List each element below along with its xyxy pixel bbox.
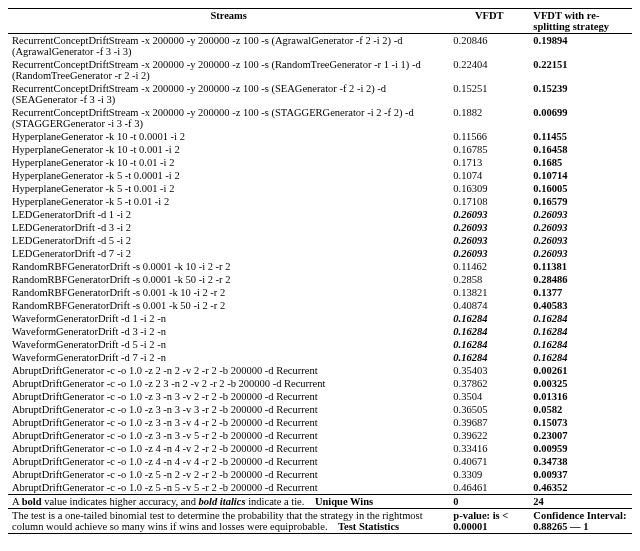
stream-cell: RecurrentConceptDriftStream -x 200000 -y… <box>8 58 449 82</box>
vfdt-resplit-cell: 0.26093 <box>529 208 632 221</box>
stream-cell: AbruptDriftGenerator -c -o 1.0 -z 3 -n 3… <box>8 416 449 429</box>
vfdt-resplit-cell: 0.00937 <box>529 468 632 481</box>
table-row: HyperplaneGenerator -k 10 -t 0.001 -i 20… <box>8 143 632 156</box>
vfdt-cell: 0.35403 <box>449 364 529 377</box>
unique-wins-vfdt-resplit: 24 <box>529 495 632 509</box>
table-row: RecurrentConceptDriftStream -x 200000 -y… <box>8 58 632 82</box>
vfdt-cell: 0.3309 <box>449 468 529 481</box>
table-row: WaveformGeneratorDrift -d 5 -i 2 -n0.162… <box>8 338 632 351</box>
col-header-streams: Streams <box>8 9 449 34</box>
table-row: AbruptDriftGenerator -c -o 1.0 -z 2 3 -n… <box>8 377 632 390</box>
vfdt-resplit-cell: 0.00959 <box>529 442 632 455</box>
vfdt-resplit-cell: 0.28486 <box>529 273 632 286</box>
table-row: AbruptDriftGenerator -c -o 1.0 -z 4 -n 4… <box>8 455 632 468</box>
vfdt-resplit-cell: 0.16284 <box>529 325 632 338</box>
table-row: AbruptDriftGenerator -c -o 1.0 -z 3 -n 3… <box>8 416 632 429</box>
vfdt-resplit-cell: 0.01316 <box>529 390 632 403</box>
stream-cell: AbruptDriftGenerator -c -o 1.0 -z 3 -n 3… <box>8 403 449 416</box>
stream-cell: HyperplaneGenerator -k 10 -t 0.0001 -i 2 <box>8 130 449 143</box>
vfdt-cell: 0.39622 <box>449 429 529 442</box>
test-stats-label: Test Statistics <box>338 521 399 532</box>
stream-cell: LEDGeneratorDrift -d 5 -i 2 <box>8 234 449 247</box>
vfdt-cell: 0.37862 <box>449 377 529 390</box>
vfdt-resplit-cell: 0.26093 <box>529 247 632 260</box>
vfdt-cell: 0.46461 <box>449 481 529 495</box>
col-header-vfdt-resplit: VFDT with re-splitting strategy <box>529 9 632 34</box>
stream-cell: LEDGeneratorDrift -d 7 -i 2 <box>8 247 449 260</box>
table-row: AbruptDriftGenerator -c -o 1.0 -z 2 -n 2… <box>8 364 632 377</box>
vfdt-cell: 0.20846 <box>449 34 529 58</box>
stream-cell: RecurrentConceptDriftStream -x 200000 -y… <box>8 82 449 106</box>
vfdt-cell: 0.11462 <box>449 260 529 273</box>
vfdt-resplit-cell: 0.16579 <box>529 195 632 208</box>
stream-cell: LEDGeneratorDrift -d 3 -i 2 <box>8 221 449 234</box>
table-row: RecurrentConceptDriftStream -x 200000 -y… <box>8 34 632 58</box>
stream-cell: RecurrentConceptDriftStream -x 200000 -y… <box>8 106 449 130</box>
vfdt-resplit-cell: 0.00325 <box>529 377 632 390</box>
unique-wins-label: Unique Wins <box>315 496 373 507</box>
stream-cell: LEDGeneratorDrift -d 1 -i 2 <box>8 208 449 221</box>
vfdt-resplit-cell: 0.16458 <box>529 143 632 156</box>
vfdt-cell: 0.11566 <box>449 130 529 143</box>
vfdt-resplit-cell: 0.40583 <box>529 299 632 312</box>
table-row: WaveformGeneratorDrift -d 7 -i 2 -n0.162… <box>8 351 632 364</box>
pvalue: p-value: is < 0.00001 <box>449 509 529 534</box>
stream-cell: AbruptDriftGenerator -c -o 1.0 -z 2 3 -n… <box>8 377 449 390</box>
table-row: HyperplaneGenerator -k 5 -t 0.0001 -i 20… <box>8 169 632 182</box>
stream-cell: AbruptDriftGenerator -c -o 1.0 -z 4 -n 4… <box>8 455 449 468</box>
vfdt-resplit-cell: 0.1685 <box>529 156 632 169</box>
stream-cell: HyperplaneGenerator -k 5 -t 0.0001 -i 2 <box>8 169 449 182</box>
table-row: WaveformGeneratorDrift -d 1 -i 2 -n0.162… <box>8 312 632 325</box>
vfdt-resplit-cell: 0.10714 <box>529 169 632 182</box>
unique-wins-vfdt: 0 <box>449 495 529 509</box>
vfdt-resplit-cell: 0.26093 <box>529 234 632 247</box>
stream-cell: AbruptDriftGenerator -c -o 1.0 -z 5 -n 2… <box>8 468 449 481</box>
table-row: AbruptDriftGenerator -c -o 1.0 -z 5 -n 2… <box>8 468 632 481</box>
stream-cell: RandomRBFGeneratorDrift -s 0.0001 -k 50 … <box>8 273 449 286</box>
vfdt-resplit-cell: 0.16005 <box>529 182 632 195</box>
vfdt-resplit-cell: 0.16284 <box>529 351 632 364</box>
vfdt-resplit-cell: 0.11455 <box>529 130 632 143</box>
vfdt-cell: 0.26093 <box>449 234 529 247</box>
stream-cell: AbruptDriftGenerator -c -o 1.0 -z 5 -n 5… <box>8 481 449 495</box>
stream-cell: RandomRBFGeneratorDrift -s 0.0001 -k 10 … <box>8 260 449 273</box>
stream-cell: WaveformGeneratorDrift -d 3 -i 2 -n <box>8 325 449 338</box>
vfdt-resplit-cell: 0.15073 <box>529 416 632 429</box>
table-row: RandomRBFGeneratorDrift -s 0.001 -k 50 -… <box>8 299 632 312</box>
vfdt-resplit-cell: 0.16284 <box>529 338 632 351</box>
stream-cell: WaveformGeneratorDrift -d 5 -i 2 -n <box>8 338 449 351</box>
table-row: AbruptDriftGenerator -c -o 1.0 -z 3 -n 3… <box>8 390 632 403</box>
vfdt-cell: 0.36505 <box>449 403 529 416</box>
vfdt-resplit-cell: 0.46352 <box>529 481 632 495</box>
stream-cell: HyperplaneGenerator -k 5 -t 0.001 -i 2 <box>8 182 449 195</box>
vfdt-cell: 0.16284 <box>449 338 529 351</box>
vfdt-resplit-cell: 0.11381 <box>529 260 632 273</box>
vfdt-resplit-cell: 0.34738 <box>529 455 632 468</box>
vfdt-cell: 0.16284 <box>449 312 529 325</box>
test-note: The test is a one-tailed binomial test t… <box>8 509 449 534</box>
table-row: RecurrentConceptDriftStream -x 200000 -y… <box>8 82 632 106</box>
table-row: HyperplaneGenerator -k 5 -t 0.01 -i 20.1… <box>8 195 632 208</box>
stream-cell: RandomRBFGeneratorDrift -s 0.001 -k 10 -… <box>8 286 449 299</box>
table-row: LEDGeneratorDrift -d 5 -i 20.260930.2609… <box>8 234 632 247</box>
table-row: RandomRBFGeneratorDrift -s 0.001 -k 10 -… <box>8 286 632 299</box>
stream-cell: HyperplaneGenerator -k 10 -t 0.001 -i 2 <box>8 143 449 156</box>
vfdt-resplit-cell: 0.0582 <box>529 403 632 416</box>
stream-cell: AbruptDriftGenerator -c -o 1.0 -z 3 -n 3… <box>8 429 449 442</box>
vfdt-cell: 0.2858 <box>449 273 529 286</box>
stream-cell: RecurrentConceptDriftStream -x 200000 -y… <box>8 34 449 58</box>
table-row: RandomRBFGeneratorDrift -s 0.0001 -k 10 … <box>8 260 632 273</box>
vfdt-cell: 0.26093 <box>449 247 529 260</box>
bold-note-text: A bold value indicates higher accuracy, … <box>12 496 304 507</box>
vfdt-cell: 0.26093 <box>449 221 529 234</box>
results-table: Streams VFDT VFDT with re-splitting stra… <box>8 8 632 534</box>
table-row: WaveformGeneratorDrift -d 3 -i 2 -n0.162… <box>8 325 632 338</box>
table-row: LEDGeneratorDrift -d 7 -i 20.260930.2609… <box>8 247 632 260</box>
vfdt-resplit-cell: 0.1377 <box>529 286 632 299</box>
table-row: LEDGeneratorDrift -d 1 -i 20.260930.2609… <box>8 208 632 221</box>
vfdt-resplit-cell: 0.00261 <box>529 364 632 377</box>
stream-cell: AbruptDriftGenerator -c -o 1.0 -z 4 -n 4… <box>8 442 449 455</box>
table-row: HyperplaneGenerator -k 10 -t 0.0001 -i 2… <box>8 130 632 143</box>
vfdt-cell: 0.26093 <box>449 208 529 221</box>
table-row: RandomRBFGeneratorDrift -s 0.0001 -k 50 … <box>8 273 632 286</box>
